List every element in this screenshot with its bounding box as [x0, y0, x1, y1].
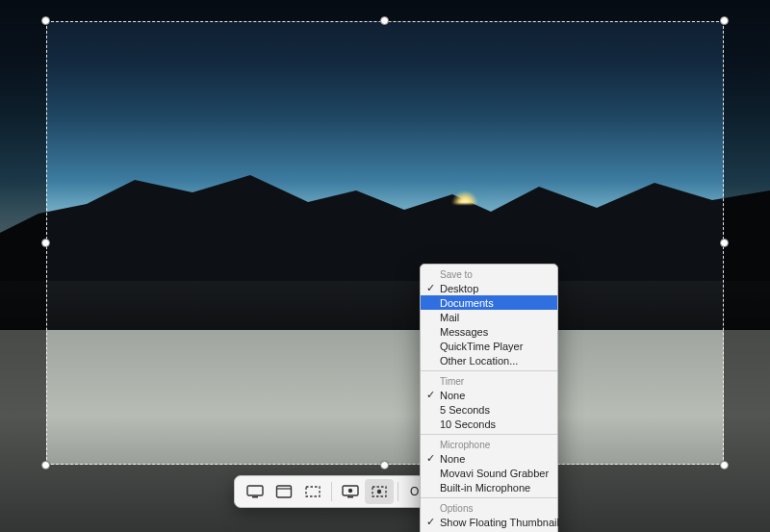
- svg-rect-0: [247, 486, 263, 495]
- menu-section-title-options: Options: [421, 501, 557, 515]
- menu-item-mail[interactable]: Mail: [421, 310, 557, 324]
- svg-rect-7: [347, 496, 353, 498]
- menu-item-timer-5s[interactable]: 5 Seconds: [421, 402, 557, 417]
- menu-section-title-microphone: Microphone: [421, 438, 557, 451]
- menu-item-timer-none[interactable]: ✓None: [421, 388, 557, 402]
- screen-record-icon: [342, 485, 359, 498]
- svg-rect-1: [252, 496, 258, 498]
- svg-rect-2: [277, 486, 292, 497]
- toolbar-separator: [398, 482, 398, 501]
- svg-rect-4: [306, 487, 320, 496]
- record-entire-screen-button[interactable]: [336, 479, 365, 504]
- menu-item-other-location[interactable]: Other Location...: [421, 353, 557, 367]
- toolbar-separator: [331, 482, 332, 501]
- resize-handle-nw[interactable]: [41, 16, 50, 25]
- window-icon: [275, 485, 293, 498]
- selection-record-icon: [371, 485, 388, 498]
- menu-item-messages[interactable]: Messages: [421, 324, 557, 339]
- dim-overlay: [724, 21, 770, 465]
- resize-handle-se[interactable]: [720, 461, 729, 469]
- record-portion-button[interactable]: [365, 479, 394, 504]
- resize-handle-ne[interactable]: [720, 16, 729, 25]
- checkmark-icon: ✓: [426, 452, 435, 465]
- capture-portion-button[interactable]: [298, 479, 327, 504]
- menu-separator: [421, 370, 557, 371]
- menu-separator: [421, 497, 557, 498]
- menu-separator: [421, 434, 557, 435]
- resize-handle-n[interactable]: [380, 16, 389, 25]
- menu-item-mic-movavi[interactable]: Movavi Sound Grabber: [421, 466, 557, 480]
- resize-handle-w[interactable]: [41, 239, 50, 247]
- checkmark-icon: ✓: [426, 282, 435, 294]
- options-menu: Save to ✓Desktop Documents Mail Messages…: [420, 264, 558, 532]
- dim-overlay: [0, 21, 46, 465]
- menu-item-desktop[interactable]: ✓Desktop: [421, 281, 557, 295]
- resize-handle-e[interactable]: [720, 239, 729, 247]
- checkmark-icon: ✓: [426, 389, 435, 401]
- menu-section-title-saveto: Save to: [421, 267, 557, 281]
- capture-selection[interactable]: [46, 21, 724, 465]
- menu-item-mic-builtin[interactable]: Built-in Microphone: [421, 480, 557, 494]
- capture-entire-screen-button[interactable]: [241, 479, 270, 504]
- checkmark-icon: ✓: [426, 516, 435, 528]
- menu-section-title-timer: Timer: [421, 374, 557, 388]
- svg-point-6: [348, 489, 352, 493]
- menu-item-floating-thumbnail[interactable]: ✓Show Floating Thumbnail: [421, 515, 557, 529]
- resize-handle-sw[interactable]: [41, 461, 50, 469]
- menu-item-documents[interactable]: Documents: [421, 295, 557, 310]
- menu-item-quicktime[interactable]: QuickTime Player: [421, 339, 557, 353]
- selection-icon: [304, 485, 321, 498]
- screen-icon: [246, 485, 264, 498]
- menu-item-timer-10s[interactable]: 10 Seconds: [421, 417, 557, 431]
- menu-item-mic-none[interactable]: ✓None: [421, 451, 557, 466]
- capture-window-button[interactable]: [270, 479, 298, 504]
- svg-point-9: [377, 490, 381, 494]
- resize-handle-s[interactable]: [380, 461, 389, 469]
